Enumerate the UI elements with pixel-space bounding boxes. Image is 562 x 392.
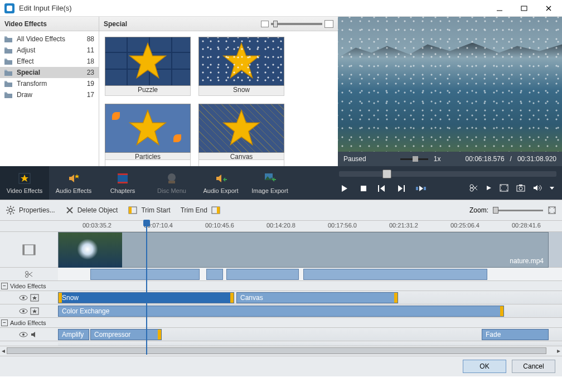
fullscreen-button[interactable] bbox=[500, 184, 508, 192]
svg-point-48 bbox=[26, 271, 28, 274]
sidebar-item-all[interactable]: All Video Effects 88 bbox=[0, 33, 99, 45]
trim-end-button[interactable]: Trim End bbox=[181, 205, 221, 215]
thumb-size-slider[interactable] bbox=[271, 23, 322, 25]
video-clip[interactable]: nature.mp4 bbox=[58, 232, 549, 268]
zoom-fit-icon[interactable] bbox=[548, 206, 556, 215]
star-icon[interactable] bbox=[30, 294, 39, 302]
collapse-icon[interactable]: − bbox=[1, 283, 8, 289]
eye-icon[interactable] bbox=[19, 307, 28, 315]
tab-disc-menu: Disc Menu bbox=[147, 166, 196, 200]
folder-icon bbox=[4, 70, 12, 76]
scissors-icon bbox=[25, 270, 33, 278]
speaker-export-icon bbox=[214, 172, 227, 185]
sidebar-item-count: 23 bbox=[87, 69, 94, 76]
folder-icon bbox=[4, 59, 12, 65]
sidebar-item-effect[interactable]: Effect 18 bbox=[0, 56, 99, 67]
svg-rect-41 bbox=[129, 207, 132, 214]
delete-object-button[interactable]: Delete Object bbox=[65, 206, 118, 215]
eye-icon[interactable] bbox=[19, 294, 28, 302]
split-button[interactable] bbox=[469, 184, 478, 192]
thumb-label: Puzzle bbox=[105, 86, 191, 96]
thumb-large-button[interactable] bbox=[324, 20, 333, 28]
ruler-tick: 00:25:06.4 bbox=[450, 222, 479, 229]
seek-bar[interactable] bbox=[339, 171, 556, 177]
effect-thumb-puzzle[interactable]: Puzzle bbox=[105, 37, 191, 96]
x-icon bbox=[65, 206, 74, 215]
scroll-right-icon[interactable]: ▸ bbox=[555, 347, 562, 354]
zoom-slider[interactable] bbox=[493, 210, 543, 211]
button-label: OK bbox=[479, 362, 489, 370]
section-audio-effects[interactable]: − Audio Effects bbox=[0, 318, 562, 328]
fx-clip-amplify[interactable]: Amplify bbox=[58, 329, 89, 340]
speaker-icon[interactable] bbox=[30, 331, 39, 338]
ok-button[interactable]: OK bbox=[463, 360, 506, 373]
speed-slider[interactable] bbox=[400, 158, 428, 160]
properties-button[interactable]: Properties... bbox=[6, 205, 55, 215]
fx-clip-fade[interactable]: Fade bbox=[482, 329, 549, 340]
maximize-button[interactable] bbox=[512, 0, 536, 17]
effect-thumb-particles[interactable]: Particles bbox=[105, 104, 191, 159]
next-button[interactable] bbox=[397, 185, 405, 192]
cancel-button[interactable]: Cancel bbox=[512, 360, 555, 373]
tab-audio-effects[interactable]: Audio Effects bbox=[49, 166, 98, 200]
time-ruler[interactable]: 00:03:35.2 00:07:10.4 00:10:45.6 00:14:2… bbox=[0, 221, 562, 232]
svg-marker-36 bbox=[550, 187, 554, 190]
svg-point-53 bbox=[22, 297, 25, 299]
star-icon[interactable] bbox=[30, 307, 39, 315]
section-video-effects[interactable]: − Video Effects bbox=[0, 281, 562, 291]
folder-icon bbox=[4, 36, 12, 42]
fx-clip-compressor[interactable]: Compressor bbox=[90, 329, 162, 340]
prev-button[interactable] bbox=[378, 185, 386, 192]
scroll-left-icon[interactable]: ◂ bbox=[0, 347, 7, 354]
stop-button[interactable] bbox=[360, 185, 367, 192]
tab-audio-export[interactable]: Audio Export bbox=[196, 166, 245, 200]
tab-video-effects[interactable]: Video Effects bbox=[0, 166, 49, 200]
dialog-footer: OK Cancel bbox=[0, 356, 562, 376]
cut-segment[interactable] bbox=[90, 269, 200, 280]
effect-thumb-partial[interactable] bbox=[105, 159, 191, 166]
playback-duration: 00:31:08.920 bbox=[517, 155, 556, 163]
cut-segment[interactable] bbox=[303, 269, 487, 280]
cut-track-head bbox=[0, 268, 58, 280]
svg-marker-10 bbox=[75, 174, 79, 178]
sidebar-item-special[interactable]: Special 23 bbox=[0, 67, 99, 78]
close-button[interactable] bbox=[536, 0, 561, 17]
tab-label: Image Export bbox=[251, 187, 288, 194]
volume-dropdown-icon[interactable] bbox=[550, 186, 554, 190]
svg-marker-55 bbox=[32, 296, 37, 300]
sidebar-item-transform[interactable]: Transform 19 bbox=[0, 78, 99, 89]
timeline: 00:03:35.2 00:07:10.4 00:10:45.6 00:14:2… bbox=[0, 221, 562, 356]
cut-segment[interactable] bbox=[206, 269, 223, 280]
collapse-icon[interactable]: − bbox=[1, 320, 8, 326]
svg-rect-47 bbox=[33, 245, 35, 255]
effect-thumb-snow[interactable]: Snow bbox=[198, 37, 284, 96]
svg-rect-34 bbox=[519, 185, 522, 186]
effect-thumb-partial[interactable] bbox=[198, 159, 284, 166]
timeline-hscroll[interactable]: ◂ ▸ bbox=[0, 346, 562, 356]
trim-start-button[interactable]: Trim Start bbox=[128, 205, 170, 215]
split-play-icon[interactable] bbox=[486, 185, 492, 191]
tab-chapters[interactable]: Chapters bbox=[98, 166, 147, 200]
sidebar-item-adjust[interactable]: Adjust 11 bbox=[0, 45, 99, 56]
effect-thumb-canvas[interactable]: Canvas bbox=[198, 104, 284, 159]
minimize-button[interactable] bbox=[487, 0, 512, 17]
eye-icon[interactable] bbox=[19, 331, 28, 338]
cut-segment[interactable] bbox=[226, 269, 299, 280]
volume-button[interactable] bbox=[533, 184, 542, 192]
playhead[interactable] bbox=[146, 221, 147, 355]
fx-clip-canvas[interactable]: Canvas bbox=[236, 292, 398, 303]
sidebar-item-label: Transform bbox=[17, 80, 87, 88]
playback-time: 00:06:18.576 bbox=[466, 155, 505, 163]
sidebar-item-draw[interactable]: Draw 17 bbox=[0, 89, 99, 100]
preview-video[interactable] bbox=[338, 17, 562, 152]
thumb-small-button[interactable] bbox=[261, 21, 269, 27]
tab-image-export[interactable]: Image Export bbox=[245, 166, 294, 200]
thumb-label: Canvas bbox=[198, 153, 284, 159]
play-selection-button[interactable] bbox=[416, 185, 426, 192]
scroll-thumb[interactable] bbox=[7, 347, 546, 354]
speaker-star-icon bbox=[67, 172, 80, 185]
snapshot-button[interactable] bbox=[516, 184, 525, 192]
fx-clip-color-exchange[interactable]: Color Exchange bbox=[58, 306, 504, 317]
video-track-row: nature.mp4 bbox=[0, 232, 562, 268]
play-button[interactable] bbox=[340, 184, 349, 193]
